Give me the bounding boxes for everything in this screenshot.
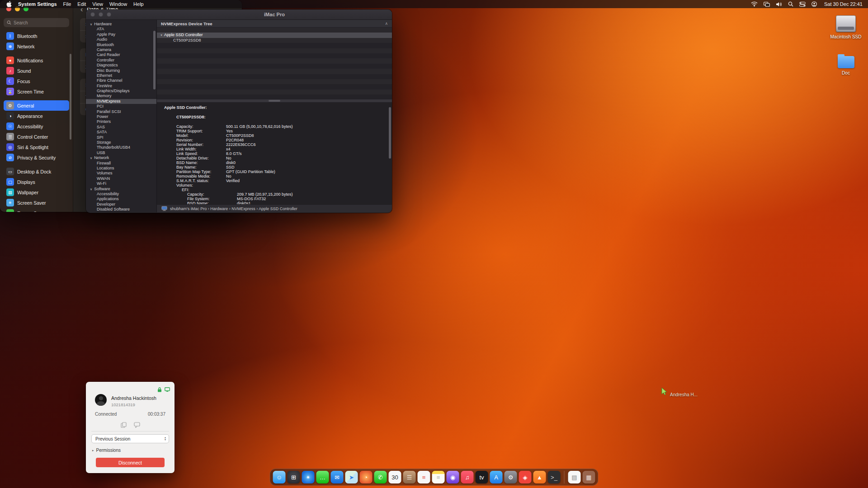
collapse-chevron-icon[interactable]: ∧ (385, 21, 388, 26)
device-tree-header[interactable]: NVMExpress Device Tree ∧ (157, 20, 392, 28)
search-input[interactable] (14, 20, 66, 25)
zoom-button[interactable] (107, 12, 111, 17)
sidebar-item[interactable]: Ethernet (86, 73, 156, 78)
search-icon[interactable] (788, 1, 793, 7)
sidebar-item[interactable]: ᛒ Bluetooth (4, 31, 69, 41)
device-tree-row[interactable]: ▾ Apple SSD Controller (157, 33, 392, 38)
sidebar-item[interactable]: ▧ Wallpaper (4, 187, 69, 197)
sidebar-item[interactable]: ⌛ Screen Time (4, 86, 69, 97)
desktop-icon-doc[interactable]: Doc (826, 53, 866, 75)
sidebar-section-hardware[interactable]: ∨ Hardware (86, 22, 156, 27)
sidebar-item[interactable]: Disc Burning (86, 68, 156, 73)
sidebar-item[interactable]: SPI (86, 135, 156, 140)
device-tree-row[interactable]: CT500P2SSD8 (157, 38, 392, 43)
dock-item[interactable]: ▲ (533, 471, 546, 483)
sidebar-item[interactable]: SAS (86, 125, 156, 130)
search-field[interactable] (4, 18, 69, 27)
dock-item[interactable]: … (316, 471, 329, 483)
sidebar-item[interactable]: Graphics/Displays (86, 89, 156, 94)
dock-item[interactable]: ➤ (345, 471, 358, 483)
dock-item[interactable]: ♫ (461, 471, 474, 483)
sidebar-item[interactable]: Diagnostics (86, 63, 156, 68)
sidebar-item[interactable]: Memory (86, 94, 156, 99)
dock-item[interactable]: ✴ (302, 471, 315, 483)
sidebar-item[interactable]: ☾ Focus (4, 76, 69, 86)
menu-item[interactable]: Edit (77, 1, 86, 7)
sidebar-item[interactable]: ♪ Sound (4, 66, 69, 76)
sidebar-item[interactable]: Parallel SCSI (86, 109, 156, 114)
dock-item[interactable]: ◔ (360, 471, 373, 483)
dock-item[interactable]: ≡ (418, 471, 430, 483)
dock-item[interactable]: ≡ (432, 471, 445, 483)
sidebar-item[interactable]: ATA (86, 27, 156, 32)
menu-item[interactable]: Window (109, 1, 127, 7)
dock-item[interactable]: ⊞ (288, 471, 300, 483)
sidebar-item[interactable]: Bluetooth (86, 42, 156, 47)
volume-icon[interactable] (776, 2, 782, 7)
sidebar-item[interactable]: Wi-Fi (86, 181, 156, 186)
dock-item[interactable]: tv (476, 471, 488, 483)
menu-item[interactable]: File (63, 1, 71, 7)
menubar-clock[interactable]: Sat 30 Dec 22:41 (824, 1, 863, 7)
sidebar-item[interactable]: ▭ Desktop & Dock (4, 166, 69, 177)
dock-item[interactable]: ✆ (374, 471, 387, 483)
dock-item[interactable]: ☰ (403, 471, 416, 483)
dock-item[interactable]: ▦ (583, 471, 595, 483)
sidebar-item[interactable]: Developer (86, 202, 156, 207)
dock-item[interactable]: ▤ (568, 471, 581, 483)
sidebar-item[interactable]: ◑ Appearance (4, 111, 69, 121)
sidebar-item[interactable]: Firewall (86, 161, 156, 166)
sidebar-item[interactable]: ✳ Screen Saver (4, 197, 69, 208)
sidebar-item[interactable]: Applications (86, 197, 156, 202)
sidebar-item[interactable]: Camera (86, 47, 156, 52)
dock-item[interactable]: ◉ (447, 471, 459, 483)
sidebar-item[interactable]: Thunderbolt/USB4 (86, 145, 156, 150)
sidebar-item[interactable]: Extensions (86, 212, 156, 212)
sidebar-item[interactable]: ⊕ Network (4, 41, 69, 52)
sidebar-item[interactable]: ☰ Control Center (4, 131, 69, 142)
details-scrollbar[interactable] (389, 107, 391, 159)
sidebar-item[interactable]: ▢ Displays (4, 177, 69, 187)
splitter-handle[interactable] (269, 100, 280, 102)
dock-item[interactable]: 30 (389, 471, 401, 483)
sidebar-item[interactable]: Disabled Software (86, 207, 156, 212)
sidebar-item[interactable]: Locations (86, 166, 156, 171)
menu-item[interactable]: View (92, 1, 103, 7)
dock-item[interactable]: >_ (548, 471, 561, 483)
sidebar-item[interactable]: Storage (86, 140, 156, 145)
sidebar-item[interactable]: PCI (86, 104, 156, 109)
dock-item[interactable]: ⚙ (505, 471, 517, 483)
sidebar-item[interactable]: Printers (86, 119, 156, 124)
chat-icon[interactable] (134, 422, 140, 430)
sidebar-item[interactable]: SATA (86, 130, 156, 135)
disclosure-triangle-icon[interactable] (168, 38, 173, 43)
sidebar-item[interactable]: ● Notifications (4, 55, 69, 66)
control-center-icon[interactable] (799, 2, 806, 7)
sidebar-scrollbar[interactable] (153, 31, 156, 89)
sidebar-section-software[interactable]: ∨ Software (86, 187, 156, 192)
minimize-button[interactable] (99, 12, 103, 17)
sidebar-item[interactable]: Volumes (86, 171, 156, 176)
sidebar-item[interactable]: Accessibility (86, 192, 156, 197)
menu-item[interactable]: Help (133, 1, 144, 7)
close-button[interactable] (90, 12, 95, 17)
sidebar-item[interactable]: ☉ Accessibility (4, 121, 69, 131)
sidebar-item[interactable]: ◎ Siri & Spotlight (4, 142, 69, 152)
disconnect-button[interactable]: Disconnect (96, 458, 165, 467)
sidebar-item[interactable]: NVMExpress (86, 99, 156, 104)
permissions-disclosure[interactable]: ▸ Permissions (92, 448, 121, 453)
wifi-icon[interactable] (751, 1, 758, 7)
sidebar-item[interactable]: Fibre Channel (86, 78, 156, 83)
sidebar-item[interactable]: ⚙ General (4, 100, 69, 111)
active-app-menu[interactable]: System Settings (18, 1, 57, 7)
sidebar-item[interactable]: ⊘ Privacy & Security (4, 152, 69, 163)
display-mirroring-icon[interactable] (764, 2, 770, 7)
pane-splitter[interactable] (157, 99, 392, 103)
sidebar-item[interactable]: Card Reader (86, 52, 156, 57)
sidebar-item[interactable]: ϟ Energy Saver (4, 208, 69, 212)
user-icon[interactable] (811, 1, 817, 7)
sidebar-scrollbar[interactable] (70, 54, 71, 140)
sidebar-item[interactable]: Audio (86, 37, 156, 42)
file-transfer-icon[interactable] (121, 422, 127, 430)
sidebar-item[interactable]: USB (86, 150, 156, 155)
